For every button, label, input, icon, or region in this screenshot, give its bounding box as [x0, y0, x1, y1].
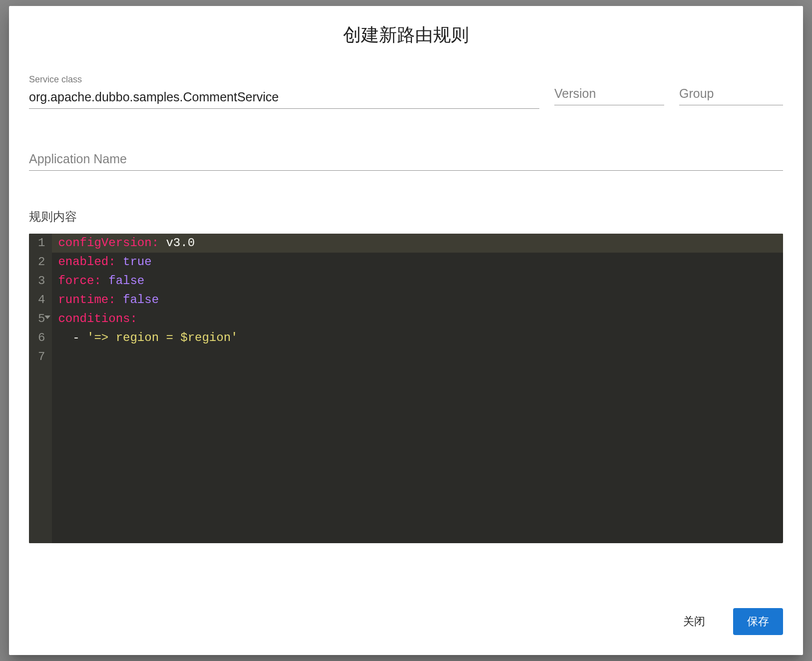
- line-number: 7: [38, 347, 45, 366]
- application-name-field: [29, 140, 783, 171]
- code-token: v3.0: [159, 236, 195, 250]
- line-number: 3: [38, 272, 45, 291]
- code-token: '=> region = $region': [87, 331, 238, 344]
- editor-gutter: 1234567: [29, 234, 52, 543]
- code-line[interactable]: enabled: true: [58, 253, 777, 272]
- dialog-footer: 关闭 保存: [9, 591, 803, 655]
- fold-marker-icon[interactable]: [44, 316, 50, 319]
- code-token: enabled:: [58, 255, 115, 269]
- line-number: 5: [38, 310, 45, 329]
- rule-editor[interactable]: 1234567 configVersion: v3.0enabled: true…: [29, 234, 783, 543]
- code-token: runtime:: [58, 293, 115, 307]
- code-line[interactable]: conditions:: [58, 310, 777, 329]
- rule-content-label: 规则内容: [29, 209, 783, 225]
- line-number: 2: [38, 253, 45, 272]
- code-line[interactable]: runtime: false: [58, 291, 777, 310]
- line-number: 1: [38, 234, 45, 253]
- dialog-body: Service class 规则内容 1234567 configVersion…: [9, 56, 803, 591]
- code-token: force:: [58, 274, 101, 288]
- code-token: configVersion:: [58, 236, 159, 250]
- version-input[interactable]: [554, 74, 664, 105]
- code-line[interactable]: [58, 347, 777, 366]
- code-token: [116, 255, 123, 269]
- save-button[interactable]: 保存: [733, 608, 783, 635]
- field-row-1: Service class: [29, 74, 783, 109]
- code-line[interactable]: force: false: [58, 272, 777, 291]
- code-line[interactable]: configVersion: v3.0: [52, 234, 783, 253]
- version-field: [554, 74, 664, 109]
- code-token: [101, 274, 108, 288]
- application-name-input[interactable]: [29, 140, 783, 171]
- close-button[interactable]: 关闭: [669, 608, 719, 635]
- service-class-label: Service class: [29, 74, 539, 85]
- service-class-field: Service class: [29, 74, 539, 109]
- code-token: [116, 293, 123, 307]
- code-token: -: [58, 331, 87, 344]
- dialog-title: 创建新路由规则: [9, 6, 803, 56]
- code-token: false: [108, 274, 144, 288]
- create-route-rule-dialog: 创建新路由规则 Service class 规则内容 1234567 confi…: [9, 6, 803, 655]
- field-row-2: [29, 140, 783, 171]
- code-token: conditions:: [58, 312, 137, 326]
- code-token: false: [123, 293, 159, 307]
- group-field: [679, 74, 783, 109]
- editor-code[interactable]: configVersion: v3.0enabled: trueforce: f…: [52, 234, 783, 543]
- line-number: 4: [38, 291, 45, 310]
- line-number: 6: [38, 329, 45, 347]
- code-line[interactable]: - '=> region = $region': [58, 329, 777, 347]
- service-class-input[interactable]: [29, 87, 539, 109]
- code-token: true: [123, 255, 152, 269]
- group-input[interactable]: [679, 74, 783, 105]
